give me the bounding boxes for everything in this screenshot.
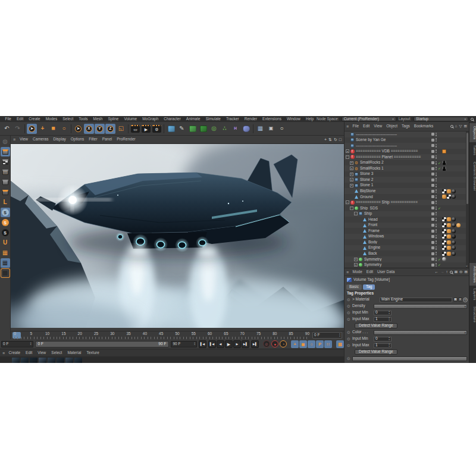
deformers-icon[interactable]: [198, 124, 208, 134]
stepper-icon[interactable]: ▴▾: [389, 343, 390, 347]
menu-character[interactable]: Character: [161, 117, 184, 121]
rotate-tool-icon[interactable]: ○: [59, 124, 69, 134]
phong-tag-icon[interactable]: [447, 246, 451, 250]
key-scale-icon[interactable]: ◼: [299, 340, 307, 348]
tree-row[interactable]: +Stone 1: [345, 183, 466, 189]
head-tag-icon[interactable]: [442, 161, 446, 165]
visibility-toggles[interactable]: [431, 184, 437, 187]
viewport-menu-prorender[interactable]: ProRender: [114, 137, 137, 142]
tree-expander-icon[interactable]: +: [350, 173, 353, 176]
prev-frame-button[interactable]: ◀: [217, 340, 224, 348]
phong-tag-icon[interactable]: [447, 234, 451, 239]
om-menu-file[interactable]: File: [350, 124, 361, 129]
tree-row[interactable]: –Ship_SDS✓: [345, 205, 466, 211]
visibility-toggles[interactable]: [431, 167, 437, 170]
menu-render[interactable]: Render: [242, 117, 259, 121]
key-parameter-icon[interactable]: P: [316, 340, 324, 348]
layer-toggle-icon[interactable]: [431, 201, 434, 204]
layer-toggle-icon[interactable]: [431, 184, 434, 187]
phong-tag-icon[interactable]: [447, 217, 451, 221]
hair-icon[interactable]: H: [230, 124, 240, 134]
goto-end-button[interactable]: ▶▌: [251, 340, 259, 348]
material-thumbnail[interactable]: [57, 358, 64, 363]
tree-row[interactable]: --------------------------------: [345, 131, 466, 137]
visibility-toggles[interactable]: [431, 195, 437, 199]
menu-volume[interactable]: Volume: [121, 117, 140, 121]
record-circle-icon[interactable]: ⊙: [346, 298, 351, 302]
tree-row[interactable]: Body: [345, 239, 466, 245]
attribute-menu-icon[interactable]: ≡: [346, 270, 349, 274]
material-thumbnail[interactable]: [48, 358, 55, 363]
am-add-icon[interactable]: ⊞: [465, 270, 468, 274]
value-dropdown[interactable]: [352, 356, 467, 361]
om-menu-tags[interactable]: Tags: [400, 124, 412, 129]
number-input[interactable]: 0▴▾: [374, 337, 392, 342]
tree-row[interactable]: Frame: [345, 228, 466, 234]
tree-row[interactable]: +⚙SmallRocks 1✓: [345, 165, 466, 171]
phong-tag-icon[interactable]: [447, 229, 451, 233]
rotate-view-icon[interactable]: ↻: [334, 137, 337, 142]
node-space-dropdown[interactable]: Current (ProRender)▾: [342, 117, 396, 121]
material-browse-icon[interactable]: ▦: [453, 298, 458, 302]
tree-expander-icon[interactable]: +: [350, 184, 353, 187]
side-tab-takes[interactable]: Takes: [469, 142, 476, 158]
y-axis-lock-icon[interactable]: Y: [95, 124, 105, 134]
layer-toggle-icon[interactable]: [431, 139, 434, 142]
layout-dropdown[interactable]: Startup▾: [414, 117, 468, 121]
record-circle-icon[interactable]: ⊙: [346, 317, 351, 321]
checker-tag-icon[interactable]: [442, 189, 446, 193]
tree-expander-icon[interactable]: –: [346, 155, 349, 159]
tree-row[interactable]: +Symmetry✓: [345, 256, 466, 262]
viewport-menu-options[interactable]: Options: [68, 137, 86, 142]
axis-mode-icon[interactable]: L: [1, 198, 10, 207]
selection-cursor-icon[interactable]: ➤: [73, 124, 83, 134]
material-clear-icon[interactable]: ⊙: [463, 298, 468, 302]
mat-tag-icon[interactable]: [452, 240, 456, 245]
tree-row[interactable]: –!=========== Planet ============: [345, 154, 466, 160]
visibility-toggles[interactable]: [431, 246, 437, 250]
camera-icon[interactable]: ▣: [266, 124, 276, 134]
menu-file[interactable]: File: [2, 117, 14, 121]
material-thumbnail[interactable]: [65, 358, 73, 363]
layer-toggle-icon[interactable]: [431, 190, 434, 193]
pan-view-icon[interactable]: +: [324, 137, 327, 142]
layer-toggle-icon[interactable]: [431, 178, 434, 181]
layer-toggle-icon[interactable]: [431, 144, 434, 147]
menu-help[interactable]: Help: [303, 117, 317, 121]
attribute-tab-basic[interactable]: Basic: [346, 284, 362, 290]
z-axis-lock-icon[interactable]: Z: [105, 124, 115, 134]
detect-value-range-button[interactable]: Detect Value Range: [355, 349, 397, 355]
record-circle-icon[interactable]: ⊙: [346, 311, 351, 315]
grid-snap-icon[interactable]: ▦: [1, 258, 10, 268]
prev-key-button[interactable]: ▌◀: [208, 340, 216, 348]
key-position-icon[interactable]: +: [291, 340, 299, 348]
generators-icon[interactable]: [187, 124, 198, 134]
visibility-toggles[interactable]: [431, 133, 437, 136]
tree-expander-icon[interactable]: +: [354, 258, 358, 261]
render-view-icon[interactable]: ▭: [130, 124, 140, 134]
viewport-menu-display[interactable]: Display: [51, 137, 68, 142]
mograph-cloner-icon[interactable]: ∴: [220, 124, 230, 134]
timeline-ruler[interactable]: 051015202530354045505560657075808590 0 F…: [11, 331, 344, 339]
number-input[interactable]: 1▴▾: [374, 343, 392, 348]
undo-icon[interactable]: ↶: [2, 124, 12, 134]
material-thumbnail[interactable]: [12, 358, 20, 363]
menu-edit[interactable]: Edit: [14, 117, 26, 121]
object-manager-menu-icon[interactable]: ≡: [346, 124, 349, 129]
viewport-render[interactable]: [11, 144, 344, 328]
render-settings-icon[interactable]: ⚙: [152, 124, 162, 134]
tree-row[interactable]: --------------------------------: [345, 143, 466, 149]
layer-toggle-icon[interactable]: [431, 161, 434, 164]
goto-start-button[interactable]: ▌◀: [199, 340, 206, 348]
render-picture-viewer-icon[interactable]: ▶: [141, 124, 151, 134]
phong-tag-icon[interactable]: [447, 223, 451, 227]
visibility-toggles[interactable]: [431, 161, 437, 165]
matdark-tag-icon[interactable]: [452, 234, 456, 239]
menu-modes[interactable]: Modes: [43, 117, 60, 121]
coordinate-system-icon[interactable]: ◱: [116, 124, 126, 134]
checker-tag-icon[interactable]: [442, 229, 446, 233]
end-frame-field[interactable]: 90 F ▴▾: [171, 341, 197, 347]
mat-tag-icon[interactable]: [452, 189, 456, 193]
layer-toggle-icon[interactable]: [431, 173, 434, 176]
record-circle-icon[interactable]: ⊙: [346, 337, 351, 341]
